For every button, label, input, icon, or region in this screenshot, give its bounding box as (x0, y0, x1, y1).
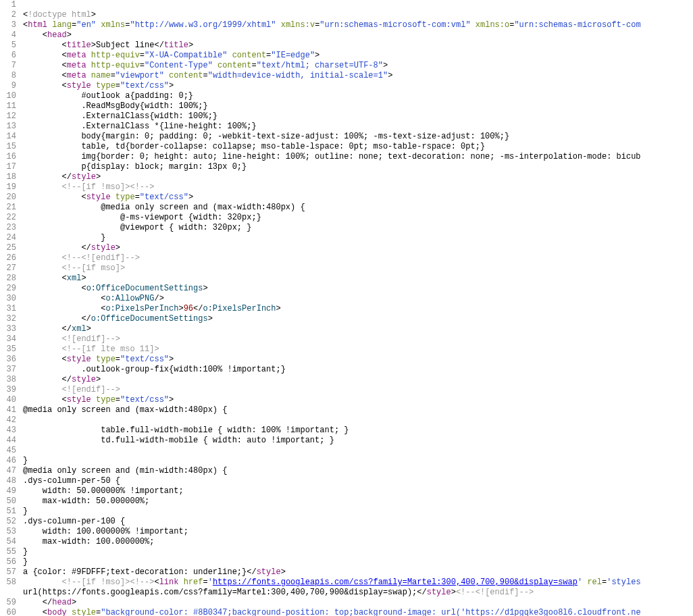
code-line[interactable]: <title>Subject line</title> (23, 41, 693, 51)
code-line[interactable]: .ExternalClass{width: 100%;} (23, 111, 693, 122)
code-line[interactable]: <![endif]--> (23, 385, 693, 395)
token (23, 355, 62, 364)
code-line[interactable]: <xml> (23, 274, 693, 284)
code-editor[interactable]: 1234567891011121314151617181920212223242… (0, 0, 693, 616)
code-line[interactable]: <!--[if lte mso 11]> (23, 344, 693, 355)
code-line[interactable]: </xml> (23, 324, 693, 334)
code-area[interactable]: <!doctype html><html lang="en" xmlns="ht… (22, 0, 693, 616)
line-number: 21 (0, 203, 16, 213)
code-line[interactable]: .ExternalClass *{line-height: 100%;} (23, 122, 693, 132)
code-line[interactable]: width: 100.000000% !important; (23, 527, 693, 537)
code-line[interactable]: a {color: #9FDFFF;text-decoration: under… (23, 567, 693, 578)
line-number: 60 (0, 608, 16, 616)
code-line[interactable]: <meta name="viewport" content="width=dev… (23, 71, 693, 81)
token: meta (67, 61, 86, 70)
code-line[interactable]: <meta http-equiv="Content-Type" content=… (23, 61, 693, 71)
code-line[interactable]: <!--[if mso]> (23, 263, 693, 274)
code-line[interactable]: .dys-column-per-50 { (23, 476, 693, 486)
code-line[interactable]: <o:OfficeDocumentSettings> (23, 284, 693, 294)
code-line[interactable]: } (23, 507, 693, 517)
code-line[interactable]: url(https://fonts.googleapis.com/css?fam… (23, 588, 693, 598)
token: p{display: block; margin: 13px 0;} (23, 162, 247, 172)
code-line[interactable]: </o:OfficeDocumentSettings> (23, 314, 693, 324)
code-line[interactable]: <meta http-equiv="X-UA-Compatible" conte… (23, 51, 693, 61)
token: <!--<![endif]--> (62, 253, 140, 263)
code-line[interactable]: max-width: 50.000000%; (23, 496, 693, 507)
token: style (72, 375, 96, 384)
code-line[interactable]: p{display: block; margin: 13px 0;} (23, 162, 693, 172)
code-line[interactable]: </style> (23, 172, 693, 182)
code-line[interactable]: @media only screen and (max-width:480px)… (23, 405, 693, 415)
code-line[interactable]: <o:AllowPNG/> (23, 294, 693, 304)
code-line[interactable]: width: 50.000000% !important; (23, 486, 693, 496)
code-line[interactable]: .outlook-group-fix{width:100% !important… (23, 365, 693, 375)
code-line[interactable]: </style> (23, 243, 693, 253)
code-line[interactable]: @media only screen and (min-width:480px)… (23, 466, 693, 476)
token: } (23, 233, 105, 242)
code-line[interactable]: table, td{border-collapse: collapse; mso… (23, 142, 693, 152)
code-line[interactable]: <!--[if !mso]><!--><link href='https://f… (23, 578, 693, 588)
code-line[interactable]: } (23, 557, 693, 567)
line-number: 34 (0, 334, 16, 344)
code-line[interactable]: body{margin: 0; padding: 0; -webkit-text… (23, 132, 693, 142)
token: = (116, 81, 120, 91)
code-line[interactable]: } (23, 233, 693, 243)
code-line[interactable]: <style type="text/css"> (23, 395, 693, 405)
code-line[interactable]: .dys-column-per-100 { (23, 517, 693, 527)
token: </ (62, 375, 72, 384)
token: style (91, 243, 116, 253)
code-line[interactable]: <!--[if !mso]><!--> (23, 182, 693, 192)
code-line[interactable]: <body style="background-color: #8B0347;b… (23, 608, 693, 616)
token: html (28, 20, 47, 30)
code-line[interactable] (23, 0, 693, 10)
token: max-width: 50.000000%; (23, 496, 149, 506)
code-line[interactable]: <head> (23, 30, 693, 41)
code-line[interactable]: @media only screen and (max-width:480px)… (23, 203, 693, 213)
code-line[interactable]: </head> (23, 598, 693, 608)
code-line[interactable] (23, 446, 693, 456)
code-line[interactable]: img{border: 0; height: auto; line-height… (23, 152, 693, 162)
token: xmlns:v (281, 20, 315, 30)
token: body{margin: 0; padding: 0; -webkit-text… (23, 132, 509, 141)
token: url(https://fonts.googleapis.com/css?fam… (23, 588, 417, 597)
token: type (96, 355, 116, 364)
line-number: 57 (0, 567, 16, 578)
token: "Content-Type" (145, 61, 213, 70)
code-line[interactable]: </style> (23, 375, 693, 385)
code-line[interactable]: @-ms-viewport {width: 320px;} (23, 213, 693, 223)
line-number: 45 (0, 446, 16, 456)
code-line[interactable]: table.full-width-mobile { width: 100% !i… (23, 426, 693, 436)
code-line[interactable]: } (23, 456, 693, 466)
token: https://fonts.googleapis.com/css?family=… (213, 578, 578, 587)
token: > (116, 243, 120, 253)
token: <!--[if lte mso 11]> (62, 344, 159, 354)
code-line[interactable]: <style type="text/css"> (23, 192, 693, 203)
line-number: 14 (0, 132, 16, 142)
code-line[interactable]: <html lang="en" xmlns="http://www.w3.org… (23, 20, 693, 30)
token (23, 172, 62, 182)
code-line[interactable]: <style type="text/css"> (23, 355, 693, 365)
token: o:PixelsPerInch (105, 304, 178, 313)
code-line[interactable]: } (23, 547, 693, 557)
line-number: 22 (0, 213, 16, 223)
token: > (96, 172, 101, 182)
code-line[interactable]: #outlook a{padding: 0;} (23, 91, 693, 101)
code-line[interactable]: <!--<![endif]--> (23, 253, 693, 263)
line-number: 6 (0, 51, 16, 61)
code-line[interactable]: <style type="text/css"> (23, 81, 693, 91)
code-line[interactable]: .ReadMsgBody{width: 100%;} (23, 101, 693, 111)
token: #outlook a{padding: 0;} (23, 91, 193, 101)
token: style (67, 395, 91, 405)
code-line[interactable]: <![endif]--> (23, 334, 693, 344)
code-line[interactable]: <!doctype html> (23, 10, 693, 20)
token: o:AllowPNG (105, 294, 154, 303)
code-line[interactable]: <o:PixelsPerInch>96</o:PixelsPerInch> (23, 304, 693, 314)
code-line[interactable]: td.full-width-mobile { width: auto !impo… (23, 436, 693, 446)
code-line[interactable] (23, 415, 693, 426)
line-number: 24 (0, 233, 16, 243)
token: type (96, 395, 116, 405)
code-line[interactable]: @viewport { width: 320px; } (23, 223, 693, 233)
code-line[interactable]: max-width: 100.000000%; (23, 537, 693, 547)
token: > (169, 395, 174, 405)
token: .dys-column-per-100 { (23, 517, 125, 526)
